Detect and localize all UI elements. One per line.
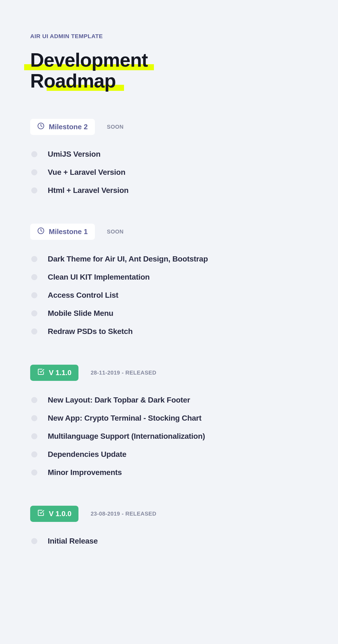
- item-label: Minor Improvements: [48, 468, 122, 477]
- bullet-icon: [31, 397, 37, 403]
- roadmap-section: Milestone 1 SOON Dark Theme for Air UI, …: [30, 224, 308, 336]
- milestone-badge: Milestone 1: [30, 224, 95, 240]
- clock-icon: [37, 227, 44, 236]
- version-badge: V 1.0.0: [30, 506, 78, 522]
- bullet-icon: [31, 415, 37, 421]
- badge-row: V 1.1.0 28-11-2019 - RELEASED: [30, 365, 308, 381]
- bullet-icon: [31, 433, 37, 439]
- list-item: UmiJS Version: [31, 150, 308, 159]
- list-item: Access Control List: [31, 291, 308, 300]
- list-item: New Layout: Dark Topbar & Dark Footer: [31, 396, 308, 404]
- list-item: Dark Theme for Air UI, Ant Design, Boots…: [31, 255, 308, 263]
- list-item: New App: Crypto Terminal - Stocking Char…: [31, 414, 308, 423]
- badge-meta: 28-11-2019 - RELEASED: [91, 370, 156, 376]
- badge-row: Milestone 2 SOON: [30, 119, 308, 135]
- bullet-icon: [31, 256, 37, 262]
- bullet-icon: [31, 328, 37, 334]
- badge-meta: SOON: [107, 229, 124, 235]
- title-line-2: Roadmap: [30, 71, 116, 92]
- bullet-icon: [31, 538, 37, 544]
- title-line-1: Development: [30, 50, 148, 71]
- item-list: Dark Theme for Air UI, Ant Design, Boots…: [30, 255, 308, 336]
- item-label: Clean UI KIT Implementation: [48, 273, 150, 282]
- bullet-icon: [31, 187, 37, 193]
- badge-row: V 1.0.0 23-08-2019 - RELEASED: [30, 506, 308, 522]
- badge-label: V 1.0.0: [49, 510, 71, 518]
- item-label: Html + Laravel Version: [48, 186, 129, 195]
- list-item: Initial Release: [31, 537, 308, 545]
- item-list: UmiJS Version Vue + Laravel Version Html…: [30, 150, 308, 195]
- item-label: New Layout: Dark Topbar & Dark Footer: [48, 396, 190, 404]
- item-label: Dependencies Update: [48, 450, 126, 459]
- item-label: Multilanguage Support (Internationalizat…: [48, 432, 205, 441]
- check-icon: [37, 509, 44, 518]
- list-item: Redraw PSDs to Sketch: [31, 327, 308, 336]
- item-label: Access Control List: [48, 291, 118, 300]
- roadmap-section: V 1.0.0 23-08-2019 - RELEASED Initial Re…: [30, 506, 308, 545]
- bullet-icon: [31, 451, 37, 457]
- version-badge: V 1.1.0: [30, 365, 78, 381]
- item-label: Dark Theme for Air UI, Ant Design, Boots…: [48, 255, 208, 263]
- badge-label: Milestone 1: [49, 227, 88, 236]
- item-label: Initial Release: [48, 537, 98, 545]
- check-icon: [37, 368, 44, 377]
- bullet-icon: [31, 151, 37, 157]
- bullet-icon: [31, 292, 37, 298]
- item-label: Vue + Laravel Version: [48, 168, 125, 177]
- bullet-icon: [31, 469, 37, 476]
- list-item: Html + Laravel Version: [31, 186, 308, 195]
- list-item: Minor Improvements: [31, 468, 308, 477]
- bullet-icon: [31, 274, 37, 280]
- item-label: Mobile Slide Menu: [48, 309, 113, 318]
- page-title: Development Roadmap: [30, 50, 308, 91]
- list-item: Clean UI KIT Implementation: [31, 273, 308, 282]
- eyebrow: AIR UI ADMIN TEMPLATE: [30, 33, 308, 40]
- badge-label: Milestone 2: [49, 123, 88, 131]
- list-item: Dependencies Update: [31, 450, 308, 459]
- clock-icon: [37, 122, 44, 131]
- milestone-badge: Milestone 2: [30, 119, 95, 135]
- item-list: New Layout: Dark Topbar & Dark Footer Ne…: [30, 396, 308, 477]
- roadmap-section: Milestone 2 SOON UmiJS Version Vue + Lar…: [30, 119, 308, 195]
- item-label: Redraw PSDs to Sketch: [48, 327, 133, 336]
- badge-meta: SOON: [107, 124, 124, 130]
- badge-meta: 23-08-2019 - RELEASED: [91, 511, 156, 517]
- badge-row: Milestone 1 SOON: [30, 224, 308, 240]
- item-list: Initial Release: [30, 537, 308, 545]
- bullet-icon: [31, 169, 37, 175]
- roadmap-section: V 1.1.0 28-11-2019 - RELEASED New Layout…: [30, 365, 308, 477]
- item-label: New App: Crypto Terminal - Stocking Char…: [48, 414, 201, 423]
- list-item: Vue + Laravel Version: [31, 168, 308, 177]
- list-item: Mobile Slide Menu: [31, 309, 308, 318]
- list-item: Multilanguage Support (Internationalizat…: [31, 432, 308, 441]
- item-label: UmiJS Version: [48, 150, 100, 159]
- badge-label: V 1.1.0: [49, 369, 71, 377]
- bullet-icon: [31, 310, 37, 316]
